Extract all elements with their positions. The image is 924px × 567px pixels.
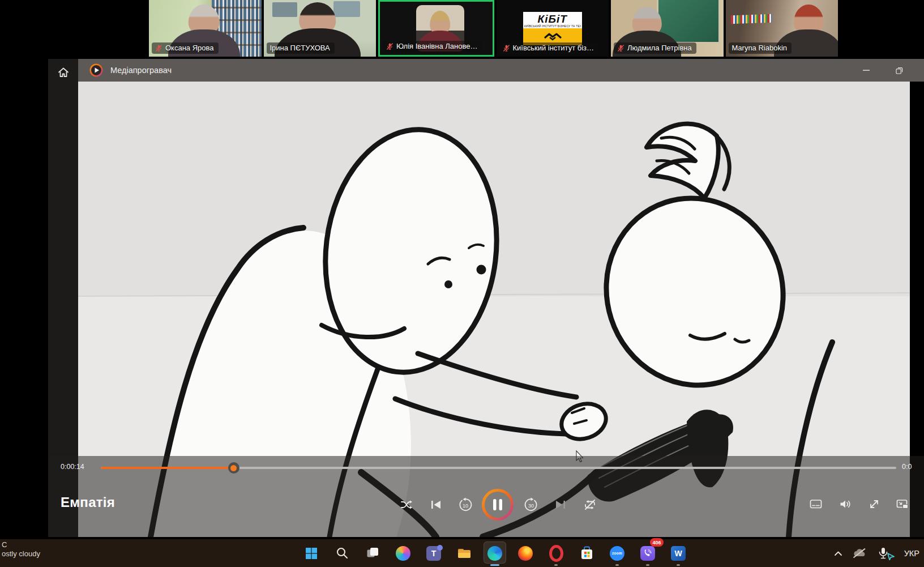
fullscreen-button[interactable] — [867, 497, 882, 511]
shuffle-button[interactable] — [397, 495, 416, 514]
subtitles-button[interactable] — [808, 497, 823, 511]
running-indicator — [677, 564, 680, 566]
kibit-logo-top: КіБіТ КИЇВСЬКИЙ ІНСТИТУТ БІЗНЕСУ ТА ТЕХН… — [523, 12, 582, 28]
minimize-icon — [863, 67, 870, 74]
volume-button[interactable] — [838, 497, 853, 511]
kibit-logo: КіБіТ КИЇВСЬКИЙ ІНСТИТУТ БІЗНЕСУ ТА ТЕХН… — [523, 12, 582, 45]
taskbar-firefox[interactable] — [510, 539, 541, 567]
participant-filmstrip: Оксана Ярова Ірина ПЄТУХОВА Юлія Іванівн… — [149, 0, 838, 57]
zoom-icon: zoom — [610, 546, 624, 561]
kibit-logo-text: КіБіТ — [524, 14, 581, 24]
participant-tile[interactable]: Людмила Петрівна — [611, 0, 724, 57]
tray-language-switcher[interactable]: УКР — [904, 549, 921, 558]
microsoft-store-icon — [580, 546, 594, 560]
mini-player-button[interactable] — [895, 497, 910, 511]
participant-tile-active-speaker[interactable]: Юлія Іванівна Ланове… — [378, 0, 494, 57]
subtitles-icon — [809, 497, 823, 511]
firefox-icon — [518, 546, 533, 561]
location-in-use-icon — [888, 553, 894, 560]
handshake-icon — [543, 31, 562, 42]
taskbar-app-icons: T zoom — [296, 539, 694, 567]
participant-name-pill: Людмила Петрівна — [614, 42, 696, 54]
taskbar-task-view[interactable] — [357, 539, 388, 567]
mic-muted-icon — [503, 44, 510, 52]
weather-widget[interactable]: C ostly cloudy — [2, 540, 40, 559]
fullscreen-icon — [867, 497, 881, 511]
flags-decoration — [731, 14, 772, 24]
window-title: Медіапрогравач — [110, 66, 172, 75]
running-indicator — [490, 564, 499, 566]
total-time: 0:0 — [902, 463, 912, 471]
taskbar-opera[interactable] — [541, 539, 571, 567]
participant-tile[interactable]: Maryna Riabokin — [726, 0, 839, 57]
svg-text:30: 30 — [528, 503, 534, 509]
task-view-icon — [366, 546, 380, 560]
opera-icon — [549, 545, 563, 562]
weather-condition: ostly cloudy — [2, 549, 40, 559]
minimize-button[interactable] — [853, 59, 879, 82]
next-track-button[interactable] — [551, 495, 570, 514]
participant-tile[interactable]: Ірина ПЄТУХОВА — [264, 0, 377, 57]
viber-notification-badge: 406 — [650, 538, 664, 547]
next-icon — [554, 498, 567, 511]
teams-letter: T — [431, 549, 437, 558]
taskbar-word[interactable]: W — [663, 539, 694, 567]
windows-taskbar: C ostly cloudy T — [0, 539, 924, 567]
participant-name-pill: Оксана Ярова — [152, 42, 219, 54]
participant-tile[interactable]: Оксана Ярова — [149, 0, 262, 57]
running-indicator — [646, 564, 649, 566]
taskbar-copilot[interactable] — [388, 539, 418, 567]
skip-forward-30-icon: 30 — [524, 497, 538, 512]
edge-icon — [487, 546, 502, 561]
mini-player-icon — [896, 497, 909, 511]
skip-back-10-button[interactable]: 10 — [456, 495, 475, 514]
taskbar-viber[interactable]: 406 — [632, 539, 663, 567]
microphone-in-use-icon — [876, 547, 895, 560]
taskbar-start[interactable] — [296, 539, 327, 567]
seek-thumb[interactable] — [228, 462, 239, 474]
playback-controls-overlay: 0:00:14 0:0 Емпатія 10 — [48, 456, 924, 537]
onedrive-paused-icon — [852, 548, 867, 559]
elapsed-time: 0:00:14 — [61, 463, 84, 471]
tray-onedrive[interactable] — [852, 548, 867, 559]
participant-name-pill: Київський інститут біз… — [499, 42, 599, 54]
tray-show-hidden-icons[interactable] — [834, 551, 842, 556]
mic-muted-icon — [155, 44, 162, 52]
svg-text:10: 10 — [463, 503, 468, 509]
participant-name: Maryna Riabokin — [732, 44, 788, 52]
viber-phone-glyph — [643, 549, 652, 558]
taskbar-edge[interactable] — [480, 539, 510, 567]
participant-name: Оксана Ярова — [165, 44, 214, 52]
word-letter: W — [674, 549, 682, 558]
running-indicator — [554, 564, 558, 566]
windows-start-icon — [305, 547, 318, 560]
seek-bar[interactable] — [101, 465, 896, 471]
skip-back-10-icon: 10 — [458, 497, 473, 512]
system-tray: УКР — [834, 539, 924, 567]
zoom-label: zoom — [612, 551, 622, 555]
weather-temperature: C — [2, 540, 40, 549]
participant-name: Київський інститут біз… — [513, 44, 594, 52]
copilot-icon — [396, 546, 410, 561]
restore-button[interactable] — [886, 59, 912, 82]
media-player-window: Медіапрогравач — [48, 59, 924, 537]
pause-button[interactable] — [481, 488, 514, 521]
taskbar-microsoft-store[interactable] — [571, 539, 602, 567]
previous-track-button[interactable] — [426, 495, 446, 514]
mic-muted-icon — [617, 44, 624, 52]
video-title: Емпатія — [61, 494, 115, 510]
taskbar-teams[interactable]: T — [418, 539, 449, 567]
chevron-up-icon — [834, 551, 842, 556]
skip-forward-30-button[interactable]: 30 — [521, 495, 541, 514]
repeat-button[interactable] — [580, 495, 600, 514]
home-button[interactable] — [53, 63, 74, 82]
participant-name-pill: Юлія Іванівна Ланове… — [383, 41, 482, 52]
restore-icon — [896, 67, 903, 74]
taskbar-zoom[interactable]: zoom — [602, 539, 632, 567]
taskbar-file-explorer[interactable] — [449, 539, 480, 567]
taskbar-search[interactable] — [327, 539, 357, 567]
participant-tile[interactable]: КіБіТ КИЇВСЬКИЙ ІНСТИТУТ БІЗНЕСУ ТА ТЕХН… — [497, 0, 609, 57]
title-bar[interactable]: Медіапрогравач — [78, 59, 924, 82]
kibit-logo-tagline: КИЇВСЬКИЙ ІНСТИТУТ БІЗНЕСУ ТА ТЕХНОЛОГІЙ — [524, 24, 581, 28]
tray-mic-location[interactable] — [876, 547, 895, 560]
